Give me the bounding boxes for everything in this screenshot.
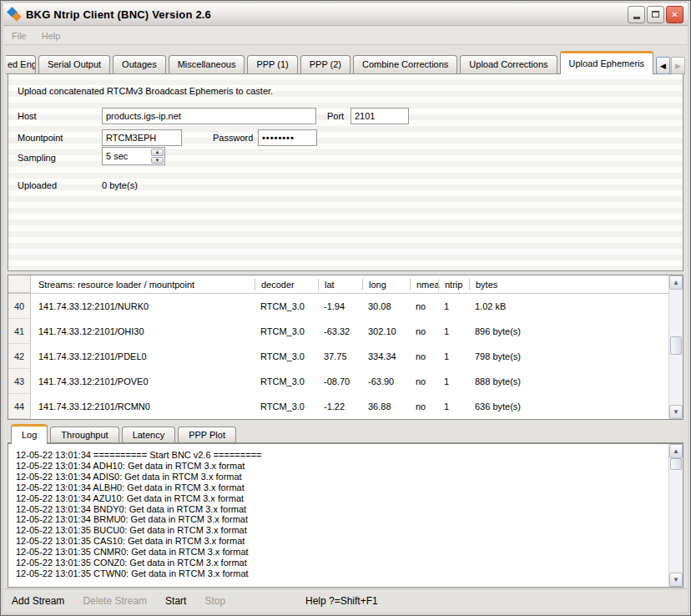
port-label: Port	[327, 111, 344, 121]
title-bar: BKG Ntrip Client (BNC) Version 2.6 ✕	[3, 3, 688, 26]
scrollbar-thumb[interactable]	[670, 458, 682, 470]
cell-long: 36.88	[362, 401, 410, 412]
scroll-up-button[interactable]: ▲	[669, 444, 683, 458]
log-line: 12-05-22 13:01:34 ========== Start BNC v…	[16, 450, 665, 461]
tab-scroll-left-button[interactable]: ◀	[656, 57, 670, 74]
minimize-icon	[633, 17, 640, 19]
tab-miscellaneous[interactable]: Miscellaneous	[169, 55, 245, 74]
minimize-button[interactable]	[628, 6, 645, 23]
scroll-down-button[interactable]: ▼	[669, 405, 683, 419]
arrow-right-icon: ▶	[675, 62, 681, 70]
tab-ppp-plot[interactable]: PPP Plot	[178, 427, 236, 443]
tab-combine-corrections[interactable]: Combine Corrections	[353, 55, 457, 74]
tab-upload-corrections[interactable]: Upload Corrections	[460, 55, 557, 74]
cell-decoder: RTCM_3.0	[255, 326, 318, 336]
log-line: 12-05-22 13:01:35 CTWN0: Get data in RTC…	[16, 568, 665, 579]
table-row[interactable]: 44 141.74.33.12:2101/RCMN0 RTCM_3.0 -1.2…	[8, 394, 668, 419]
log-line: 12-05-22 13:01:34 ALBH0: Get data in RTC…	[16, 482, 665, 493]
corner-header-cell	[8, 275, 31, 293]
scrollbar-track[interactable]	[669, 290, 683, 405]
port-input[interactable]	[351, 108, 409, 124]
streams-scrollbar[interactable]: ▲ ▼	[668, 275, 683, 419]
tab-scroll-right-button[interactable]: ▶	[671, 57, 685, 74]
cell-lat: 37.75	[318, 351, 362, 361]
chevron-down-icon: ▼	[673, 408, 679, 416]
col-nmea[interactable]: nmea	[410, 279, 438, 290]
sampling-label: Sampling	[18, 153, 56, 163]
window-title: BKG Ntrip Client (BNC) Version 2.6	[26, 8, 211, 21]
mountpoint-label: Mountpoint	[18, 133, 63, 143]
cell-lat: -08.70	[318, 376, 362, 386]
menu-help[interactable]: Help	[42, 31, 61, 41]
table-row[interactable]: 41 141.74.33.12:2101/OHI30 RTCM_3.0 -63.…	[8, 319, 668, 344]
tab-ppp-1[interactable]: PPP (1)	[247, 55, 297, 74]
log-line: 12-05-22 13:01:34 BRMU0: Get data in RTC…	[16, 514, 665, 525]
tab-upload-ephemeris[interactable]: Upload Ephemeris	[560, 51, 654, 74]
host-input[interactable]	[102, 108, 316, 124]
maximize-button[interactable]	[647, 6, 664, 23]
log-panel: 12-05-22 13:01:34 ========== Start BNC v…	[8, 443, 683, 588]
cell-nmea: no	[410, 376, 438, 386]
chevron-up-icon: ▲	[673, 447, 679, 455]
cell-long: 302.10	[362, 326, 410, 336]
chevron-up-icon: ▲	[155, 149, 160, 154]
table-row[interactable]: 42 141.74.33.12:2101/PDEL0 RTCM_3.0 37.7…	[8, 344, 668, 369]
cell-nmea: no	[410, 351, 438, 361]
log-line: 12-05-22 13:01:34 BNDY0: Get data in RTC…	[16, 504, 665, 515]
table-row[interactable]: 40 141.74.33.12:2101/NURK0 RTCM_3.0 -1.9…	[8, 294, 668, 319]
col-decoder[interactable]: decoder	[255, 279, 318, 290]
log-scrollbar[interactable]: ▲ ▼	[668, 444, 683, 587]
action-bar: Add Stream Delete Stream Start Stop Help…	[4, 588, 687, 612]
log-line: 12-05-22 13:01:35 CONZ0: Get data in RTC…	[16, 558, 665, 568]
close-button[interactable]: ✕	[666, 6, 683, 23]
scrollbar-thumb[interactable]	[670, 336, 682, 355]
spin-down-button[interactable]: ▼	[151, 157, 164, 164]
cell-bytes: 636 byte(s)	[469, 401, 668, 412]
delete-stream-button[interactable]: Delete Stream	[83, 595, 147, 607]
log-tab-bar: Log Throughput Latency PPP Plot	[11, 423, 683, 443]
scroll-up-button[interactable]: ▲	[669, 275, 683, 290]
arrow-left-icon: ◀	[660, 62, 666, 70]
chevron-down-icon: ▼	[155, 158, 160, 163]
tab-ppp-2[interactable]: PPP (2)	[300, 55, 351, 74]
menu-bar: File Help	[4, 27, 687, 45]
app-icon	[8, 8, 22, 22]
log-line: 12-05-22 13:01:35 BUCU0: Get data in RTC…	[16, 525, 665, 536]
scroll-down-button[interactable]: ▼	[669, 573, 683, 587]
add-stream-button[interactable]: Add Stream	[12, 595, 64, 607]
cell-stream: 141.74.33.12:2101/PDEL0	[31, 351, 255, 361]
cell-stream: 141.74.33.12:2101/POVE0	[31, 376, 255, 386]
col-bytes[interactable]: bytes	[469, 279, 668, 290]
spin-up-button[interactable]: ▲	[151, 149, 164, 156]
tab-log[interactable]: Log	[11, 424, 48, 443]
sampling-spinner[interactable]: 5 sec ▲ ▼	[102, 147, 165, 165]
table-row[interactable]: 43 141.74.33.12:2101/POVE0 RTCM_3.0 -08.…	[8, 369, 668, 394]
tab-latency[interactable]: Latency	[122, 427, 176, 443]
col-long[interactable]: long	[362, 279, 410, 290]
tab-feed-engine[interactable]: ed Engine	[6, 55, 36, 74]
col-streams[interactable]: Streams: resource loader / mountpoint	[31, 279, 255, 290]
cell-long: 30.08	[362, 301, 410, 311]
log-output[interactable]: 12-05-22 13:01:34 ========== Start BNC v…	[8, 444, 668, 587]
host-label: Host	[18, 111, 37, 121]
cell-lat: -63.32	[318, 326, 362, 336]
menu-file[interactable]: File	[12, 31, 27, 41]
cell-stream: 141.74.33.12:2101/RCMN0	[31, 401, 255, 412]
scrollbar-track[interactable]	[669, 458, 683, 573]
row-number: 42	[8, 344, 31, 369]
cell-nmea: no	[410, 326, 438, 336]
password-label: Password	[213, 133, 253, 143]
uploaded-value: 0 byte(s)	[102, 180, 138, 190]
tab-outages[interactable]: Outages	[113, 55, 166, 74]
log-line: 12-05-22 13:01:35 CNMR0: Get data in RTC…	[16, 547, 665, 558]
stop-button[interactable]: Stop	[204, 595, 225, 607]
col-lat[interactable]: lat	[318, 279, 362, 290]
password-input[interactable]	[258, 129, 317, 146]
start-button[interactable]: Start	[165, 595, 186, 607]
tab-throughput[interactable]: Throughput	[50, 427, 119, 443]
mountpoint-input[interactable]	[102, 129, 182, 146]
tab-serial-output[interactable]: Serial Output	[38, 55, 110, 74]
cell-long: 334.34	[362, 351, 410, 361]
cell-decoder: RTCM_3.0	[255, 376, 318, 386]
col-ntrip[interactable]: ntrip	[438, 279, 469, 290]
